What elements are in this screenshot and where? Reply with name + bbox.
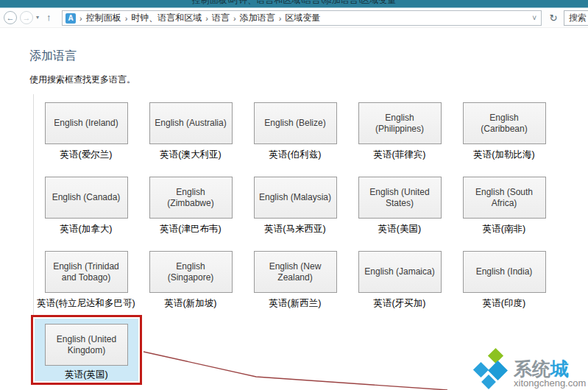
language-label: 英语(澳大利亚): [138, 149, 243, 161]
window-title: 控制面板\时钟、语言和区域\语言\添加语言\区域变量: [0, 0, 588, 7]
back-icon: ←: [7, 13, 15, 22]
language-label: 英语(伯利兹): [243, 149, 347, 161]
breadcrumb-region-variant[interactable]: 区域变量: [285, 12, 320, 24]
brand-blue-part: 城: [550, 358, 569, 379]
back-button[interactable]: ←: [4, 11, 17, 24]
language-tile-south-africa[interactable]: English (South Africa) 英语(南非): [452, 169, 556, 243]
language-name: English (New Zealand): [259, 261, 332, 283]
language-tile-malaysia[interactable]: English (Malaysia) 英语(马来西亚): [243, 169, 347, 243]
breadcrumb-separator: ›: [125, 14, 128, 23]
language-name: English (Canada): [52, 192, 121, 203]
breadcrumb-separator: ›: [279, 14, 282, 23]
breadcrumb-separator: ›: [233, 14, 236, 23]
navigation-toolbar: ← → ▾ ↑ A › 控制面板 › 时钟、语言和区域 › 语言 › 添加语言 …: [0, 8, 588, 28]
language-label: 英语(印度): [452, 297, 556, 310]
language-label: 英语(美国): [347, 223, 452, 235]
history-dropdown-icon[interactable]: ▾: [36, 14, 39, 21]
page-title: 添加语言: [29, 49, 77, 64]
address-dropdown-icon[interactable]: ˅: [532, 14, 536, 22]
watermark-text: 系统城 xitongcheng.com: [514, 359, 586, 390]
refresh-icon: ↻: [550, 13, 558, 24]
language-control-panel-icon: A: [65, 13, 76, 24]
logo-diamond-blue-left: [473, 362, 489, 377]
language-name: English (Philippines): [364, 113, 436, 135]
language-tile-singapore[interactable]: English (Singapore) 英语(新加坡): [138, 243, 243, 317]
language-label: 英语(菲律宾): [347, 149, 452, 161]
brand-gray-part: 系统: [514, 358, 550, 379]
language-tile-india[interactable]: English (India) 英语(印度): [452, 243, 556, 317]
forward-icon: →: [23, 13, 31, 22]
language-tile-australia[interactable]: English (Australia) 英语(澳大利亚): [138, 94, 243, 169]
language-label: 英语(加勒比海): [452, 149, 556, 161]
language-name: English (United Kingdom): [50, 334, 123, 356]
language-label: 英语(新加坡): [138, 297, 243, 310]
language-label: 英语(特立尼达和多巴哥): [34, 297, 138, 310]
logo-diamond-green: [488, 348, 503, 364]
breadcrumb-clock-language-region[interactable]: 时钟、语言和区域: [131, 12, 202, 24]
language-tile-canada[interactable]: English (Canada) 英语(加拿大): [34, 169, 138, 243]
annotation-red-box: English (United Kingdom) 英语(英国): [31, 315, 142, 385]
page-subtitle: 使用搜索框查找更多语言。: [29, 74, 135, 86]
window-titlebar: 控制面板\时钟、语言和区域\语言\添加语言\区域变量: [0, 0, 588, 8]
forward-button[interactable]: →: [20, 11, 33, 24]
address-bar[interactable]: A › 控制面板 › 时钟、语言和区域 › 语言 › 添加语言 › 区域变量 ˅: [62, 10, 542, 26]
language-name: English (Belize): [264, 118, 325, 129]
language-name: English (Ireland): [54, 118, 118, 129]
watermark-domain: xitongcheng.com: [514, 378, 586, 389]
language-name: English (South Africa): [468, 187, 541, 209]
explorer-window: 控制面板\时钟、语言和区域\语言\添加语言\区域变量 ← → ▾ ↑ A › 控…: [0, 0, 588, 390]
xitongcheng-logo-icon: [468, 344, 514, 390]
language-label: 英语(英国): [35, 369, 138, 381]
language-name: English (United States): [364, 187, 436, 209]
language-label: 英语(津巴布韦): [138, 223, 243, 235]
search-input[interactable]: 搜索: [564, 10, 588, 26]
language-tile-philippines[interactable]: English (Philippines) 英语(菲律宾): [347, 94, 452, 169]
language-label: 英语(南非): [452, 223, 556, 235]
language-label: 英语(爱尔兰): [34, 149, 138, 161]
language-tile-trinidad-tobago[interactable]: English (Trinidad and Tobago) 英语(特立尼达和多巴…: [34, 243, 138, 317]
language-name: English (India): [476, 266, 533, 277]
language-label: 英语(马来西亚): [243, 223, 347, 235]
language-tile-united-states[interactable]: English (United States) 英语(美国): [347, 169, 452, 243]
language-name: English (Australia): [155, 118, 226, 129]
watermark-brand: 系统城: [514, 359, 586, 378]
watermark: 系统城 xitongcheng.com: [468, 343, 588, 390]
language-tile-jamaica[interactable]: English (Jamaica) 英语(牙买加): [347, 243, 452, 317]
up-button[interactable]: ↑: [46, 12, 52, 23]
language-grid: English (Ireland) 英语(爱尔兰) English (Austr…: [34, 94, 559, 317]
language-tile-new-zealand[interactable]: English (New Zealand) 英语(新西兰): [243, 243, 347, 317]
language-tile-caribbean[interactable]: English (Caribbean) 英语(加勒比海): [452, 94, 556, 169]
language-name: English (Singapore): [155, 261, 227, 283]
language-tile-belize[interactable]: English (Belize) 英语(伯利兹): [243, 94, 347, 169]
language-tile-united-kingdom-selected[interactable]: English (United Kingdom) 英语(英国): [35, 319, 138, 381]
language-name: English (Malaysia): [259, 192, 331, 203]
language-tile-ireland[interactable]: English (Ireland) 英语(爱尔兰): [34, 94, 138, 169]
language-tile-zimbabwe[interactable]: English (Zimbabwe) 英语(津巴布韦): [138, 169, 243, 243]
breadcrumb-language[interactable]: 语言: [212, 12, 230, 24]
language-label: 英语(加拿大): [34, 223, 138, 235]
breadcrumb-control-panel[interactable]: 控制面板: [86, 12, 121, 24]
breadcrumb-add-language[interactable]: 添加语言: [240, 12, 275, 24]
language-name: English (Trinidad and Tobago): [50, 261, 123, 283]
language-name: English (Zimbabwe): [155, 187, 227, 209]
language-label: 英语(牙买加): [347, 297, 452, 310]
refresh-button[interactable]: ↻: [546, 11, 561, 26]
breadcrumb-separator: ›: [79, 14, 82, 23]
language-name: English (Jamaica): [364, 266, 434, 277]
language-name: English (Caribbean): [468, 113, 541, 135]
breadcrumb-separator: ›: [205, 14, 208, 23]
language-label: 英语(新西兰): [243, 297, 347, 310]
